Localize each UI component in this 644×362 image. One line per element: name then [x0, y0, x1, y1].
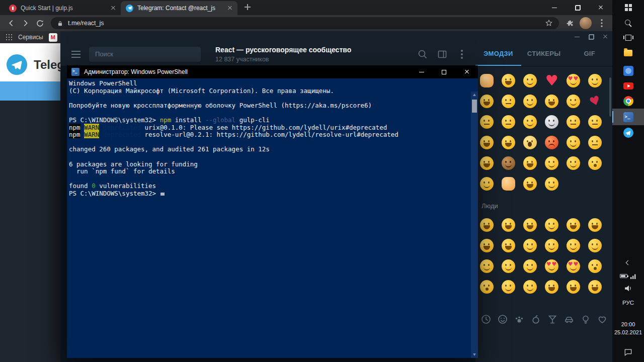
taskbar-clock[interactable]: 20:00 25.02.2021: [612, 320, 644, 337]
toggle-sidebar-icon[interactable]: [436, 48, 448, 60]
emoji-grinning-face[interactable]: [476, 215, 498, 235]
emoji-grinning-squinting-face[interactable]: [562, 215, 584, 235]
emoji-winking-face[interactable]: [498, 256, 519, 277]
powershell-minimize-button[interactable]: [410, 65, 433, 78]
powershell-scrollbar[interactable]: [471, 92, 478, 358]
emoji-slightly-smiling-face[interactable]: [541, 173, 562, 194]
taskbar-task-view-button[interactable]: [612, 30, 644, 45]
chat-info[interactable]: React — русскоговорящее сообщество 12 83…: [215, 46, 351, 63]
emoji-squinting-face-with-tongue[interactable]: [498, 132, 519, 153]
reload-button[interactable]: [33, 17, 47, 30]
chrome-close-button[interactable]: [589, 0, 612, 15]
powershell-titlebar[interactable]: Администратор: Windows PowerShell: [67, 65, 478, 78]
taskbar-search-button[interactable]: [612, 15, 644, 30]
tray-expand-chevron[interactable]: [612, 258, 644, 266]
gmail-bookmark-icon[interactable]: [49, 33, 57, 42]
tab-close-icon[interactable]: [226, 5, 233, 12]
emoji-grimacing-face[interactable]: [498, 112, 519, 132]
chrome-minimize-button[interactable]: [543, 0, 566, 15]
emoji-neutral-face[interactable]: [562, 112, 584, 132]
emoji-category-travel-places[interactable]: [562, 313, 576, 326]
emoji-smirking-face[interactable]: [498, 91, 519, 112]
hamburger-menu-icon[interactable]: [71, 51, 80, 58]
emoji-face-savoring-food[interactable]: [541, 277, 562, 297]
emoji-grinning-face[interactable]: [519, 173, 541, 194]
emoji-category-activity[interactable]: [546, 313, 559, 326]
emoji-smiling-face-with-hearts[interactable]: [562, 256, 584, 277]
emoji-category-food-drink[interactable]: [529, 313, 542, 326]
emoji-grinning-face-with-sweat[interactable]: [541, 91, 562, 112]
emoji-red-heart[interactable]: [541, 70, 562, 91]
emoji-expressionless-face[interactable]: [584, 112, 606, 132]
powershell-maximize-button[interactable]: [433, 65, 455, 78]
emoji-category-animals-nature[interactable]: [513, 313, 526, 326]
emoji-relieved-face[interactable]: [562, 91, 584, 112]
emoji-smiling-face-with-halo[interactable]: [541, 153, 562, 173]
emoji-smiling-face-with-heart-eyes[interactable]: [562, 70, 584, 91]
emoji-grinning-face-with-sweat[interactable]: [584, 215, 606, 235]
emoji-beaming-face-with-smiling-eyes[interactable]: [541, 215, 562, 235]
telegram-minimize-button[interactable]: [570, 31, 584, 42]
emoji-zany-face[interactable]: [476, 153, 498, 173]
network-icon[interactable]: [630, 274, 636, 279]
emoji-flushed-face[interactable]: [476, 112, 498, 132]
bookmark-star-icon[interactable]: [545, 19, 553, 27]
volume-icon[interactable]: [612, 284, 644, 293]
emoji-enraged-face[interactable]: [541, 132, 562, 153]
emoji-category-smileys-people[interactable]: [496, 313, 509, 326]
emoji-grinning-squinting-face[interactable]: [476, 132, 498, 153]
emoji-kissing-face-with-closed-eyes[interactable]: [519, 277, 541, 297]
emoji-smiling-face-with-smiling-eyes[interactable]: [519, 70, 541, 91]
browser-tab[interactable]: Quick Start | gulp.js: [4, 1, 121, 15]
emoji-smiling-face-with-halo[interactable]: [562, 235, 584, 256]
emoji-face-with-tongue[interactable]: [562, 277, 584, 297]
action-center-button[interactable]: [612, 347, 644, 357]
browser-tab[interactable]: Telegram: Contact @react_js: [121, 1, 237, 15]
emoji-smiling-face-with-smiling-eyes[interactable]: [541, 235, 562, 256]
telegram-close-button[interactable]: [598, 31, 612, 42]
emoji-crossed-fingers[interactable]: [498, 173, 519, 194]
emoji-panel-scrollbar[interactable]: [609, 77, 611, 117]
emoji-thumbs-up[interactable]: [476, 70, 498, 91]
emoji-face-blowing-a-kiss[interactable]: [584, 256, 606, 277]
taskbar-blue-app-button[interactable]: [612, 63, 644, 78]
chat-search-icon[interactable]: [417, 48, 429, 60]
emoji-face-with-tears-of-joy[interactable]: [498, 70, 519, 91]
taskbar-chrome-button[interactable]: [612, 94, 644, 109]
emoji-rolling-on-the-floor-laughing[interactable]: [498, 235, 519, 256]
emoji-kissing-face-with-closed-eyes[interactable]: [562, 132, 584, 153]
taskbar-youtube-button[interactable]: [612, 78, 644, 94]
powershell-close-button[interactable]: [455, 65, 478, 78]
emoji-upside-down-face[interactable]: [519, 112, 541, 132]
emoji-kissing-face-with-smiling-eyes[interactable]: [476, 173, 498, 194]
emoji-grinning-face-with-smiling-eyes[interactable]: [519, 215, 541, 235]
emoji-face-with-tears-of-joy[interactable]: [476, 235, 498, 256]
powershell-scrollbar-thumb[interactable]: [472, 100, 477, 113]
chat-menu-icon[interactable]: [456, 48, 468, 60]
apps-grid-icon[interactable]: [6, 34, 13, 41]
panel-tab-стикеры[interactable]: СТИКЕРЫ: [521, 42, 567, 66]
emoji-smiling-face[interactable]: [562, 153, 584, 173]
emoji-face-blowing-a-kiss[interactable]: [584, 153, 606, 173]
taskbar-powershell-button[interactable]: [612, 109, 644, 125]
taskbar-file-explorer-button[interactable]: [612, 45, 644, 60]
taskbar-telegram-button[interactable]: [612, 125, 644, 140]
emoji-category-recent[interactable]: [479, 313, 493, 326]
emoji-beaming-face-with-smiling-eyes[interactable]: [584, 70, 606, 91]
panel-tab-gif[interactable]: GIF: [567, 42, 612, 66]
emoji-smiling-face-with-heart-eyes[interactable]: [541, 256, 562, 277]
address-bar[interactable]: t.me/react_js: [51, 17, 559, 29]
emoji-grinning-face-with-sweat[interactable]: [519, 153, 541, 173]
bookmark-services[interactable]: Сервисы: [18, 34, 43, 41]
extensions-icon[interactable]: [563, 17, 577, 30]
emoji-pensive-face[interactable]: [584, 132, 606, 153]
emoji-hamster-face[interactable]: [541, 112, 562, 132]
battery-icon[interactable]: [620, 274, 627, 278]
url-text[interactable]: t.me/react_js: [68, 20, 540, 27]
profile-avatar[interactable]: [580, 17, 592, 29]
emoji-grinning-face-with-big-eyes[interactable]: [498, 215, 519, 235]
tab-close-icon[interactable]: [110, 5, 117, 12]
telegram-restore-button[interactable]: [584, 31, 598, 42]
emoji-speak-no-evil-monkey[interactable]: [498, 153, 519, 173]
forward-button[interactable]: [19, 17, 32, 30]
